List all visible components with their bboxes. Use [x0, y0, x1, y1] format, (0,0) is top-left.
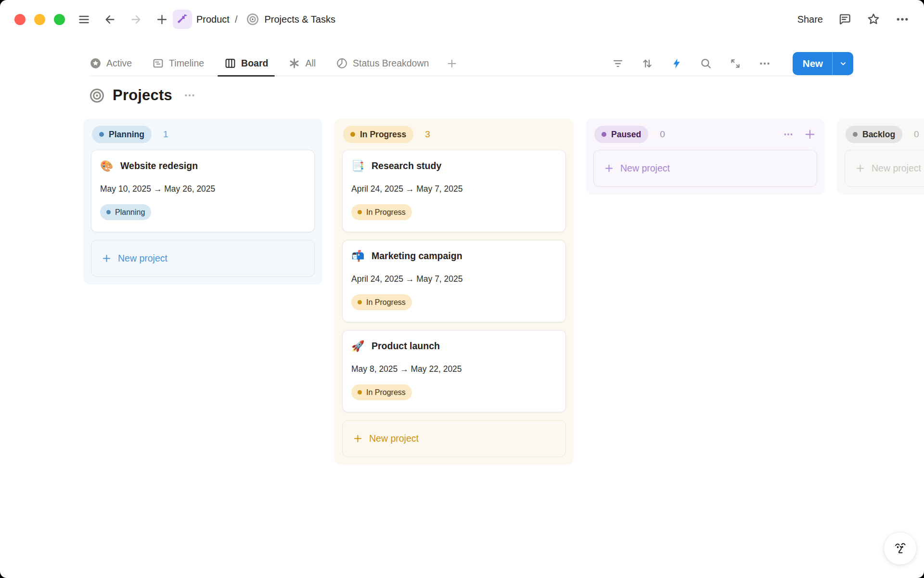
status-label: Backlog [862, 130, 895, 140]
more-options-button[interactable] [895, 12, 910, 26]
breadcrumb-workspace[interactable]: Product [196, 14, 230, 25]
sort-icon [641, 57, 654, 70]
new-project-button[interactable]: New project [593, 150, 817, 187]
expand-button[interactable] [728, 56, 743, 71]
zoom-window-button[interactable] [54, 14, 65, 25]
mailbox-emoji: 📬 [351, 251, 365, 262]
card-title: Research study [372, 160, 441, 171]
share-button[interactable]: Share [797, 14, 823, 25]
breadcrumb: Product / Projects & Tasks [173, 10, 335, 29]
status-badge: Paused [594, 126, 648, 143]
title-options-button[interactable] [183, 89, 196, 102]
new-project-button[interactable]: New project [91, 240, 315, 277]
view-options-button[interactable] [757, 56, 772, 71]
sort-button[interactable] [640, 56, 654, 71]
forward-button[interactable] [128, 12, 143, 26]
kanban-board: Planning 1 🎨 Website redesign May 10, 20… [0, 118, 924, 465]
add-view-button[interactable] [446, 58, 458, 69]
tab-label: Active [106, 58, 132, 69]
status-dot [106, 210, 111, 214]
new-project-label: New project [620, 163, 670, 174]
workspace-logo[interactable] [173, 10, 192, 29]
view-tabs-bar: Active Timeline Board All [90, 51, 853, 76]
column-header[interactable]: Paused 0 [593, 126, 817, 143]
tab-board[interactable]: Board [224, 57, 268, 69]
card-date-range: May 10, 2025 → May 26, 2025 [100, 184, 306, 194]
filter-button[interactable] [611, 56, 625, 71]
sidebar-menu-button[interactable] [77, 12, 91, 26]
ellipsis-icon [895, 12, 910, 26]
status-badge: Backlog [846, 126, 902, 143]
page-title: Projects [113, 87, 172, 104]
status-dot [99, 132, 104, 137]
card-status-badge: Planning [100, 204, 151, 220]
plus-icon [155, 13, 168, 26]
status-badge: Planning [92, 126, 152, 143]
card-status-label: In Progress [366, 388, 406, 397]
palette-emoji: 🎨 [100, 161, 114, 171]
favorite-button[interactable] [866, 12, 881, 26]
plus-icon [102, 253, 112, 263]
forward-arrow-icon [129, 13, 142, 26]
bullseye-icon [246, 13, 259, 26]
project-card-product-launch[interactable]: 🚀 Product launch May 8, 2025 → May 22, 2… [342, 330, 566, 412]
project-card-website-redesign[interactable]: 🎨 Website redesign May 10, 2025 → May 26… [91, 150, 315, 232]
asterisk-icon [288, 57, 300, 69]
column-add-card-button[interactable] [804, 128, 816, 141]
tab-label: Status Breakdown [353, 58, 429, 69]
column-header[interactable]: Backlog 0 [845, 126, 924, 143]
new-project-label: New project [872, 163, 921, 174]
column-count: 3 [425, 129, 430, 140]
page-title-row: Projects [90, 87, 853, 104]
column-options-button[interactable] [783, 129, 794, 140]
minimize-window-button[interactable] [34, 14, 45, 25]
status-label: Paused [611, 130, 641, 140]
tab-active[interactable]: Active [90, 57, 132, 69]
status-badge: In Progress [343, 126, 413, 143]
comments-button[interactable] [837, 12, 852, 26]
star-icon [866, 12, 881, 26]
search-icon [700, 57, 712, 70]
project-card-marketing-campaign[interactable]: 📬 Marketing campaign April 24, 2025 → Ma… [342, 240, 566, 322]
tab-label: Timeline [169, 58, 204, 69]
new-project-label: New project [369, 433, 419, 444]
tab-all[interactable]: All [288, 57, 316, 69]
tab-status-breakdown[interactable]: Status Breakdown [336, 57, 429, 69]
tab-timeline[interactable]: Timeline [152, 57, 204, 69]
automations-button[interactable] [669, 56, 684, 71]
column-planning: Planning 1 🎨 Website redesign May 10, 20… [83, 118, 322, 285]
card-title: Product launch [372, 341, 440, 352]
card-title: Website redesign [120, 160, 198, 171]
card-status-badge: In Progress [351, 384, 412, 400]
status-dot [358, 210, 362, 214]
project-card-research-study[interactable]: 📑 Research study April 24, 2025 → May 7,… [342, 150, 566, 232]
column-header[interactable]: In Progress 3 [342, 126, 566, 143]
notion-ai-button[interactable] [884, 532, 917, 565]
close-window-button[interactable] [14, 14, 26, 25]
card-date-range: April 24, 2025 → May 7, 2025 [351, 274, 557, 284]
search-button[interactable] [699, 56, 713, 71]
new-button[interactable]: New [793, 52, 832, 75]
breadcrumb-page[interactable]: Projects & Tasks [265, 14, 335, 25]
back-button[interactable] [103, 12, 117, 26]
status-dot [358, 390, 362, 394]
column-header[interactable]: Planning 1 [91, 126, 315, 143]
pie-chart-icon [336, 57, 348, 69]
new-project-button[interactable]: New project [342, 420, 566, 457]
hammer-icon [176, 13, 189, 26]
card-date-range: May 8, 2025 → May 22, 2025 [351, 364, 557, 374]
new-project-button[interactable]: New project [845, 150, 924, 187]
status-dot [358, 300, 362, 304]
ai-face-icon [891, 539, 910, 558]
card-date-range: April 24, 2025 → May 7, 2025 [351, 184, 557, 194]
tab-label: Board [241, 58, 268, 69]
new-tab-button[interactable] [154, 12, 169, 26]
star-circle-icon [90, 57, 102, 69]
card-status-label: Planning [115, 208, 145, 217]
hamburger-icon [77, 13, 90, 26]
breadcrumb-separator: / [235, 14, 238, 25]
new-dropdown-button[interactable] [833, 52, 853, 75]
status-dot [350, 132, 355, 137]
lightning-icon [670, 57, 683, 70]
new-split-button: New [793, 52, 853, 75]
